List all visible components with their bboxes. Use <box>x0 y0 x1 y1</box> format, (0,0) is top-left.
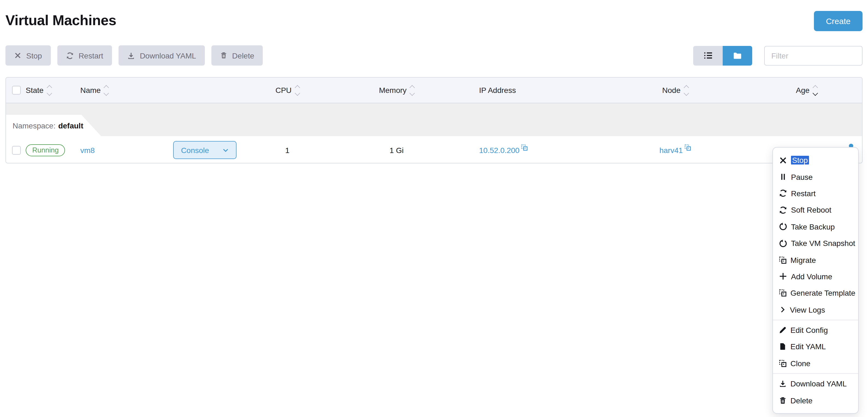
vm-name-link[interactable]: vm8 <box>80 146 95 154</box>
menu-divider <box>773 320 858 320</box>
menu-item-download-yaml[interactable]: Download YAML <box>773 376 858 392</box>
circular-arrow-icon <box>779 239 787 247</box>
column-header-memory[interactable]: Memory <box>328 86 465 95</box>
select-all-checkbox[interactable] <box>12 86 21 94</box>
bulk-actions: Stop Restart Download YAML Delete <box>5 46 263 66</box>
toolbar: Stop Restart Download YAML Delete <box>5 46 863 66</box>
list-icon <box>703 51 713 60</box>
menu-item-restart[interactable]: Restart <box>773 185 858 202</box>
download-yaml-button-label: Download YAML <box>140 51 196 60</box>
x-icon <box>779 156 787 164</box>
sort-icon <box>410 86 414 95</box>
console-dropdown-button[interactable]: Console <box>174 141 237 159</box>
filter-input[interactable] <box>764 46 863 65</box>
create-button[interactable]: Create <box>814 11 863 31</box>
menu-item-edit-config[interactable]: Edit Config <box>773 322 858 338</box>
menu-item-take-backup[interactable]: Take Backup <box>773 218 858 235</box>
menu-item-take-vm-snapshot[interactable]: Take VM Snapshot <box>773 235 858 252</box>
chevron-right-icon <box>779 306 786 313</box>
plus-icon <box>779 272 787 281</box>
refresh-icon <box>779 206 787 214</box>
file-icon <box>779 343 786 351</box>
column-header-state[interactable]: State <box>21 86 76 95</box>
delete-button-label: Delete <box>232 51 254 60</box>
stop-button[interactable]: Stop <box>5 46 51 66</box>
copy-icon[interactable] <box>521 144 528 151</box>
state-badge: Running <box>26 144 65 156</box>
sort-icon <box>104 86 108 95</box>
pencil-icon <box>779 326 786 334</box>
sort-icon <box>47 86 51 95</box>
menu-item-add-volume[interactable]: Add Volume <box>773 268 858 285</box>
table-row: Running vm8 Console 1 1 Gi 10.52.0.200 h… <box>6 136 862 164</box>
sort-icon-descending <box>813 86 817 95</box>
menu-item-edit-yaml[interactable]: Edit YAML <box>773 338 858 355</box>
menu-item-migrate[interactable]: Migrate <box>773 252 858 268</box>
menu-item-soft-reboot[interactable]: Soft Reboot <box>773 202 858 218</box>
virtual-machines-page: Virtual Machines Create Stop Restart Dow… <box>0 0 868 417</box>
folder-icon <box>733 51 742 60</box>
menu-item-generate-template[interactable]: Generate Template <box>773 285 858 301</box>
delete-button[interactable]: Delete <box>211 46 263 66</box>
menu-divider <box>773 373 858 374</box>
menu-item-stop[interactable]: Stop <box>773 152 858 169</box>
view-and-filter <box>693 46 863 65</box>
copy-icon <box>779 289 786 297</box>
trash-icon <box>779 396 786 404</box>
namespace-group-value: default <box>58 121 83 130</box>
menu-item-view-logs[interactable]: View Logs <box>773 301 858 318</box>
namespace-group-row: Namespace: default <box>6 103 862 136</box>
restart-button[interactable]: Restart <box>57 46 112 66</box>
row-checkbox[interactable] <box>12 146 21 154</box>
download-yaml-button[interactable]: Download YAML <box>119 46 205 66</box>
column-header-cpu[interactable]: CPU <box>246 86 328 95</box>
console-button-label: Console <box>181 146 209 154</box>
table-header: State Name CPU Memory IP Address Node <box>6 78 862 103</box>
circular-arrow-icon <box>779 223 787 231</box>
menu-item-pause[interactable]: Pause <box>773 169 858 185</box>
list-view-button[interactable] <box>693 46 723 65</box>
pause-icon <box>779 173 787 181</box>
sort-icon <box>684 86 688 95</box>
cpu-value: 1 <box>246 146 328 154</box>
restart-button-label: Restart <box>79 51 103 60</box>
node-link[interactable]: harv41 <box>659 146 683 154</box>
refresh-icon <box>66 52 74 59</box>
selected-text: Stop <box>791 156 809 165</box>
ip-address-link[interactable]: 10.52.0.200 <box>479 146 520 154</box>
x-icon <box>14 52 21 59</box>
namespace-group-tab: Namespace: default <box>6 115 101 136</box>
copy-icon <box>779 256 786 264</box>
menu-item-clone[interactable]: Clone <box>773 355 858 371</box>
stop-button-label: Stop <box>26 51 42 60</box>
download-icon <box>127 52 135 59</box>
page-title: Virtual Machines <box>5 12 116 28</box>
column-header-node[interactable]: Node <box>590 86 760 95</box>
column-header-name[interactable]: Name <box>76 86 163 95</box>
memory-value: 1 Gi <box>328 146 465 154</box>
namespace-group-label: Namespace: <box>12 121 56 130</box>
download-icon <box>779 380 786 388</box>
column-header-age[interactable]: Age <box>760 86 862 95</box>
copy-icon[interactable] <box>684 144 691 151</box>
grid-view-button[interactable] <box>723 46 752 65</box>
column-header-ip-address: IP Address <box>465 86 590 94</box>
trash-icon <box>220 52 227 59</box>
view-toggle <box>693 46 752 65</box>
vm-table: State Name CPU Memory IP Address Node <box>5 77 863 163</box>
sort-icon <box>296 86 299 95</box>
copy-icon <box>779 360 786 367</box>
row-actions-menu: Stop Pause Restart Soft Reboot Take Back… <box>772 147 859 414</box>
refresh-icon <box>779 189 787 198</box>
menu-item-delete[interactable]: Delete <box>773 392 858 409</box>
chevron-down-icon <box>222 147 228 153</box>
